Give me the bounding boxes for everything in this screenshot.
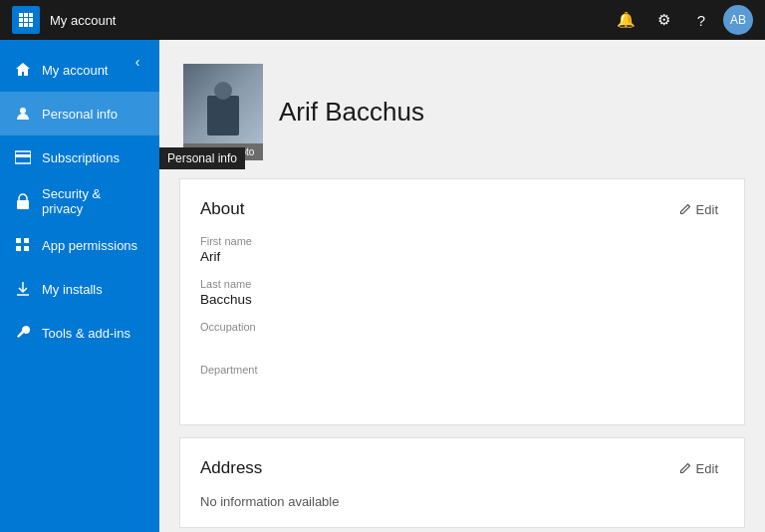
- field-occupation: Occupation: [200, 321, 724, 350]
- content-area: Personal info Change photo Arif Bacchus …: [159, 40, 765, 532]
- occupation-label: Occupation: [200, 321, 724, 333]
- apps-grid-button[interactable]: [12, 6, 40, 34]
- about-card: About Edit First name Arif Last name Bac…: [179, 178, 745, 425]
- svg-rect-5: [29, 18, 33, 22]
- sidebar-item-my-account[interactable]: My account: [0, 48, 159, 92]
- address-no-info: No information available: [200, 494, 724, 509]
- profile-header: Change photo Arif Bacchus: [159, 40, 765, 178]
- photo-figure: [207, 96, 239, 135]
- notifications-icon[interactable]: 🔔: [610, 4, 641, 36]
- sidebar: ‹ My account Personal info: [0, 40, 159, 532]
- address-edit-button[interactable]: Edit: [673, 459, 724, 478]
- main-layout: ‹ My account Personal info: [0, 40, 765, 532]
- sidebar-label-subscriptions: Subscriptions: [42, 150, 120, 165]
- sidebar-item-security-privacy[interactable]: Security & privacy: [0, 179, 159, 223]
- sidebar-label-my-account: My account: [42, 63, 108, 78]
- help-icon[interactable]: ?: [685, 4, 717, 36]
- sidebar-item-tools-addins[interactable]: Tools & add-ins: [0, 311, 159, 355]
- address-card-header: Address Edit: [200, 458, 724, 478]
- photo-background: [183, 64, 263, 143]
- svg-rect-1: [24, 13, 28, 17]
- profile-photo: [183, 64, 263, 143]
- svg-rect-13: [16, 238, 21, 243]
- sidebar-item-subscriptions[interactable]: Subscriptions: [0, 135, 159, 179]
- edit-icon: [679, 203, 691, 215]
- lastname-value: Bacchus: [200, 292, 724, 307]
- wrench-icon: [14, 325, 32, 341]
- profile-photo-container: Change photo: [183, 64, 263, 160]
- sidebar-label-personal-info: Personal info: [42, 107, 118, 122]
- firstname-label: First name: [200, 235, 724, 247]
- sidebar-item-app-permissions[interactable]: App permissions: [0, 223, 159, 267]
- app-title: My account: [50, 13, 610, 28]
- svg-rect-11: [15, 154, 31, 157]
- svg-rect-15: [16, 246, 21, 251]
- field-department: Department: [200, 364, 724, 393]
- about-title: About: [200, 199, 244, 219]
- svg-rect-8: [29, 23, 33, 27]
- occupation-value: [200, 335, 724, 350]
- settings-icon[interactable]: ⚙: [647, 4, 679, 36]
- sidebar-item-my-installs[interactable]: My installs: [0, 267, 159, 311]
- svg-rect-14: [24, 238, 29, 243]
- topbar: My account 🔔 ⚙ ? AB: [0, 0, 765, 40]
- about-edit-label: Edit: [696, 202, 718, 217]
- field-lastname: Last name Bacchus: [200, 278, 724, 307]
- field-firstname: First name Arif: [200, 235, 724, 264]
- grid-icon: [14, 238, 32, 252]
- svg-point-9: [20, 108, 26, 114]
- topbar-icons: 🔔 ⚙ ? AB: [610, 4, 753, 36]
- firstname-value: Arif: [200, 249, 724, 264]
- about-card-header: About Edit: [200, 199, 724, 219]
- svg-rect-7: [24, 23, 28, 27]
- svg-rect-3: [19, 18, 23, 22]
- lastname-label: Last name: [200, 278, 724, 290]
- address-edit-label: Edit: [696, 461, 718, 476]
- department-label: Department: [200, 364, 724, 376]
- person-icon: [14, 106, 32, 122]
- svg-rect-12: [17, 200, 29, 209]
- card-icon: [14, 150, 32, 164]
- address-edit-icon: [679, 462, 691, 474]
- about-edit-button[interactable]: Edit: [673, 200, 724, 219]
- download-icon: [14, 281, 32, 297]
- svg-rect-6: [19, 23, 23, 27]
- home-icon: [14, 62, 32, 78]
- sidebar-label-app-permissions: App permissions: [42, 238, 137, 253]
- svg-rect-2: [29, 13, 33, 17]
- sidebar-label-my-installs: My installs: [42, 282, 103, 297]
- svg-rect-4: [24, 18, 28, 22]
- svg-rect-16: [24, 246, 29, 251]
- profile-name: Arif Bacchus: [279, 97, 424, 128]
- lock-icon: [14, 193, 32, 209]
- sidebar-item-personal-info[interactable]: Personal info: [0, 92, 159, 135]
- sidebar-label-tools-addins: Tools & add-ins: [42, 326, 130, 341]
- sidebar-label-security-privacy: Security & privacy: [42, 186, 145, 216]
- department-value: [200, 378, 724, 393]
- svg-rect-0: [19, 13, 23, 17]
- address-title: Address: [200, 458, 262, 478]
- address-card: Address Edit No information available: [179, 437, 745, 528]
- user-avatar[interactable]: AB: [723, 5, 753, 35]
- change-photo-button[interactable]: Change photo: [183, 143, 263, 160]
